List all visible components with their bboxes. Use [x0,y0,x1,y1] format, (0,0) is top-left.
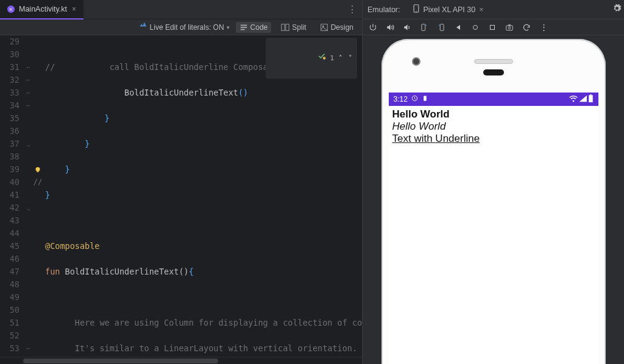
overview-icon[interactable] [486,21,499,34]
svg-rect-6 [286,24,289,30]
code-comment: It's similar to a LinearLayout with vert… [45,343,357,353]
emulator-device-label: Pixel XL API 30 [424,5,476,14]
code-icon [239,23,248,32]
lightbulb-icon[interactable] [33,163,43,176]
app-italic-text: Hello World [392,121,595,133]
svg-rect-20 [508,24,511,26]
code-func-call: BoldItalicUnderlineText [124,88,238,97]
device-frame: 3:12 Hello Wo [381,39,606,364]
svg-point-16 [473,25,478,29]
editor-tabs: K MainActivity.kt × ⋮ [0,0,362,19]
battery-icon [588,94,594,104]
live-edit-icon [139,22,147,32]
inspection-up-icon[interactable]: ˄ [338,52,344,65]
svg-point-11 [323,57,326,60]
svg-text:K: K [9,6,13,12]
close-icon[interactable]: × [71,5,77,13]
device-earpiece [483,69,504,75]
back-icon[interactable] [452,21,465,34]
svg-rect-4 [240,29,244,30]
svg-rect-23 [589,95,593,102]
editor-panel: K MainActivity.kt × ⋮ Live Edit of liter… [0,0,363,364]
bulb-gutter: // [33,35,43,357]
svg-point-8 [322,25,324,27]
live-edit-toggle[interactable]: Live Edit of literals: ON ▾ [139,22,230,32]
emulator-tabs: Emulator: Pixel XL API 30 × [363,0,624,19]
view-design-button[interactable]: Design [316,22,357,33]
svg-rect-22 [424,96,427,100]
emulator-viewport: 3:12 Hello Wo [363,35,624,364]
code-comment: Here we are using Column for displaying … [45,318,362,327]
editor-horizontal-scrollbar[interactable] [0,357,362,364]
app-content: Hello World Hello World Text with Underl… [389,106,598,147]
svg-point-13 [416,11,417,12]
view-design-label: Design [331,23,353,32]
svg-rect-14 [422,24,425,30]
volume-up-icon[interactable] [383,21,397,34]
code-func-decl: BoldItalicUnderlineText [65,267,179,276]
phone-icon [413,4,420,15]
svg-rect-3 [240,27,247,28]
view-code-label: Code [250,23,268,32]
editor-body[interactable]: 29303132333435 36373839404142 4344454647… [0,35,362,357]
volume-down-icon[interactable] [400,21,414,34]
live-edit-label: Live Edit of literals: ON [150,23,224,32]
svg-rect-2 [240,24,247,26]
inspection-down-icon[interactable]: ˅ [347,52,353,65]
view-split-label: Split [292,23,306,32]
fold-gutter: ⌐⌐⌐⌐ ⌄⌄ ⌐ [24,35,33,357]
svg-rect-17 [491,25,495,29]
scrollbar-thumb[interactable] [23,359,218,363]
device-camera [412,57,420,66]
device-screen[interactable]: 3:12 Hello Wo [389,93,598,364]
app-underline-text: Text with Underline [392,133,595,145]
code-annotation: @Composable [45,241,99,251]
signal-icon [579,95,587,104]
power-icon[interactable] [366,21,380,34]
view-split-button[interactable]: Split [277,22,310,33]
screenshot-icon[interactable] [503,21,516,34]
device-speaker [474,59,513,64]
tab-mainactivity[interactable]: K MainActivity.kt × [0,0,83,19]
svg-point-9 [36,167,40,171]
code-area[interactable]: 1 ˄ ˅ // call BoldItalicUnderline Compos… [43,35,362,357]
status-time: 3:12 [394,95,408,103]
rotate-right-icon[interactable] [434,21,448,34]
status-app-icon [411,95,418,103]
emulator-panel: Emulator: Pixel XL API 30 × [363,0,624,364]
gear-icon[interactable] [612,4,622,15]
tabs-more-icon[interactable]: ⋮ [342,4,362,15]
app-bold-text: Hello World [392,108,595,121]
inspection-count: 1 [330,52,334,65]
code-keyword: fun [45,267,60,276]
split-icon [281,23,289,32]
svg-rect-15 [440,24,444,30]
tab-label: MainActivity.kt [19,5,67,13]
emulator-device-tab[interactable]: Pixel XL API 30 × [408,2,489,17]
rotate-left-icon[interactable] [417,21,431,34]
view-code-button[interactable]: Code [236,22,272,33]
status-debug-icon [422,95,428,103]
home-icon[interactable] [469,21,482,34]
reload-icon[interactable] [520,21,533,34]
emulator-toolbar: ⋮ [363,19,624,35]
more-icon[interactable]: ⋮ [537,21,550,34]
svg-point-19 [508,26,511,29]
svg-rect-24 [590,94,592,95]
design-icon [320,23,328,32]
line-number-gutter: 29303132333435 36373839404142 4344454647… [0,35,24,357]
wifi-icon [569,95,578,104]
svg-rect-18 [506,26,513,30]
check-warning-icon [269,39,326,77]
svg-rect-5 [282,24,285,30]
editor-view-toolbar: Live Edit of literals: ON ▾ Code Split [0,19,362,35]
kotlin-file-icon: K [6,4,15,13]
chevron-down-icon: ▾ [227,24,230,30]
close-icon[interactable]: × [479,5,483,14]
emulator-label: Emulator: [367,5,400,14]
inspection-widget[interactable]: 1 ˄ ˅ [266,38,357,79]
svg-rect-10 [37,171,39,172]
android-status-bar: 3:12 [389,93,598,106]
